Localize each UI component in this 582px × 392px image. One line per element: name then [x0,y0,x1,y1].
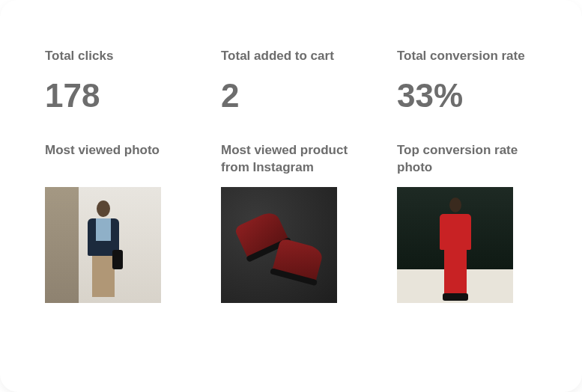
stats-grid: Total clicks 178 Total added to cart 2 T… [45,48,537,303]
analytics-card: Total clicks 178 Total added to cart 2 T… [0,0,582,392]
photo-top-conversion-rate: Top conversion rate photo [397,142,537,303]
photo-most-viewed: Most viewed photo [45,142,185,303]
photo-thumbnail[interactable] [45,187,161,303]
photo-thumbnail[interactable] [221,187,337,303]
photo-label: Most viewed photo [45,142,185,177]
photo-label: Most viewed product from Instagram [221,142,361,177]
stat-label: Total clicks [45,48,185,64]
stat-value: 2 [221,79,361,112]
stat-total-conversion-rate: Total conversion rate 33% [397,48,537,112]
stat-value: 178 [45,79,185,112]
stat-value: 33% [397,79,537,112]
stat-label: Total added to cart [221,48,361,64]
stat-label: Total conversion rate [397,48,537,64]
photo-label: Top conversion rate photo [397,142,537,177]
stat-total-added-to-cart: Total added to cart 2 [221,48,361,112]
photo-most-viewed-product-instagram: Most viewed product from Instagram [221,142,361,303]
photo-thumbnail[interactable] [397,187,513,303]
stat-total-clicks: Total clicks 178 [45,48,185,112]
